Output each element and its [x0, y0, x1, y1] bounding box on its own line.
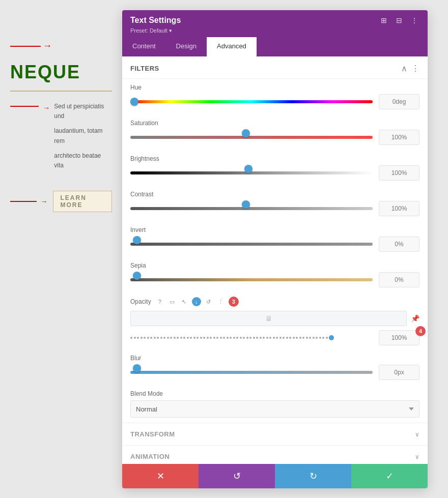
- tab-design[interactable]: Design: [166, 37, 207, 56]
- invert-label: Invert: [130, 226, 419, 233]
- blur-label: Blur: [130, 355, 419, 362]
- filters-title: Filters: [130, 65, 159, 72]
- modal-tabs: Content Design Advanced: [122, 37, 428, 56]
- undo-button[interactable]: ↺: [199, 464, 275, 488]
- filter-contrast: Contrast: [122, 186, 428, 221]
- filter-blur: Blur: [122, 349, 428, 385]
- hue-label: Hue: [130, 84, 419, 91]
- badge-3: 3: [229, 297, 239, 307]
- hue-input[interactable]: [379, 94, 419, 109]
- tab-advanced[interactable]: Advanced: [207, 37, 257, 56]
- filter-sepia: Sepia: [122, 257, 428, 292]
- saturation-slider[interactable]: [130, 132, 373, 142]
- blend-mode-label: Blend Mode: [130, 390, 419, 397]
- brightness-slider[interactable]: [130, 168, 373, 178]
- modal-footer: ✕ ↺ ↻ ✓: [122, 464, 428, 488]
- tab-content[interactable]: Content: [122, 37, 166, 56]
- bg-text-1: Sed ut perspiciatis und: [54, 102, 112, 121]
- bg-text-3: architecto beatae vita: [54, 151, 112, 170]
- filters-section-header: Filters ∧ ⋮: [122, 56, 428, 79]
- opacity-cursor-icon[interactable]: ↖: [180, 297, 189, 306]
- filter-invert: Invert: [122, 221, 428, 257]
- brightness-input[interactable]: [379, 165, 419, 181]
- opacity-value-input[interactable]: [379, 330, 419, 345]
- cancel-button[interactable]: ✕: [122, 464, 199, 488]
- redo-button[interactable]: ↻: [275, 464, 351, 488]
- bg-arrow-1: →: [10, 41, 112, 51]
- contrast-label: Contrast: [130, 191, 419, 198]
- bg-text-2: laudantium, totam rem: [54, 126, 112, 145]
- learn-more-button[interactable]: LEARN MORE: [53, 191, 112, 212]
- badge-4: 4: [415, 326, 426, 336]
- opacity-device-row: 🖥 📌: [130, 311, 419, 326]
- contrast-input[interactable]: [379, 201, 419, 216]
- filter-saturation: Saturation: [122, 114, 428, 150]
- columns-icon[interactable]: ⊟: [394, 15, 404, 25]
- bg-divider: [10, 91, 112, 92]
- transform-title: Transform: [130, 430, 175, 438]
- opacity-slider-row: 4: [130, 330, 419, 345]
- pin-icon[interactable]: 📌: [411, 314, 419, 323]
- modal-body: Filters ∧ ⋮ Hue Saturation: [122, 56, 428, 464]
- filter-hue: Hue: [122, 79, 428, 114]
- opacity-icons: ? ▭ ↖ ↓ ↺ ⋮ 3: [155, 297, 239, 307]
- brightness-label: Brightness: [130, 155, 419, 162]
- opacity-section: Opacity ? ▭ ↖ ↓ ↺ ⋮ 3 🖥 📌: [122, 292, 428, 349]
- transform-section[interactable]: Transform ∨: [122, 423, 428, 445]
- sepia-slider[interactable]: [130, 275, 373, 285]
- sepia-input[interactable]: [379, 272, 419, 287]
- blur-input[interactable]: [379, 365, 419, 380]
- collapse-icon[interactable]: ∧: [401, 64, 407, 73]
- animation-title: Animation: [130, 453, 170, 460]
- blend-mode-row: Blend Mode Normal Multiply Screen Overla…: [122, 385, 428, 423]
- opacity-desktop-icon[interactable]: ▭: [167, 297, 177, 306]
- sepia-label: Sepia: [130, 262, 419, 269]
- blur-slider[interactable]: [130, 367, 373, 377]
- invert-input[interactable]: [379, 237, 419, 252]
- opacity-more-icon[interactable]: ⋮: [216, 297, 226, 306]
- modal-header: Text Settings ⊞ ⊟ ⋮ Preset: Default ▾: [122, 10, 428, 37]
- opacity-help-icon[interactable]: ?: [155, 297, 164, 306]
- filter-brightness: Brightness: [122, 150, 428, 186]
- modal-title: Text Settings: [130, 16, 181, 25]
- animation-chevron: ∨: [415, 453, 419, 460]
- monitor-icon: 🖥: [265, 314, 272, 323]
- opacity-slider[interactable]: [130, 333, 373, 343]
- save-button[interactable]: ✓: [351, 464, 428, 488]
- opacity-active-icon[interactable]: ↓: [192, 297, 201, 306]
- more-options-icon[interactable]: ⋮: [409, 15, 419, 25]
- header-icons: ⊞ ⊟ ⋮: [379, 15, 419, 25]
- section-header-icons: ∧ ⋮: [401, 64, 419, 73]
- section-more-icon[interactable]: ⋮: [411, 64, 419, 73]
- preset-label[interactable]: Preset: Default ▾: [130, 27, 419, 34]
- contrast-slider[interactable]: [130, 203, 373, 214]
- text-settings-modal: Text Settings ⊞ ⊟ ⋮ Preset: Default ▾ Co…: [122, 10, 428, 488]
- saturation-label: Saturation: [130, 120, 419, 127]
- opacity-label: Opacity: [130, 298, 151, 305]
- blend-mode-select[interactable]: Normal Multiply Screen Overlay Darken Li…: [130, 400, 419, 418]
- opacity-reset-icon[interactable]: ↺: [204, 297, 213, 306]
- hue-slider[interactable]: [130, 97, 373, 107]
- saturation-input[interactable]: [379, 130, 419, 145]
- transform-chevron: ∨: [415, 431, 419, 438]
- bg-heading: NEQUE: [10, 62, 112, 83]
- invert-slider[interactable]: [130, 239, 373, 249]
- device-input[interactable]: 🖥: [130, 311, 407, 326]
- fullscreen-icon[interactable]: ⊞: [379, 15, 389, 25]
- animation-section[interactable]: Animation ∨: [122, 445, 428, 464]
